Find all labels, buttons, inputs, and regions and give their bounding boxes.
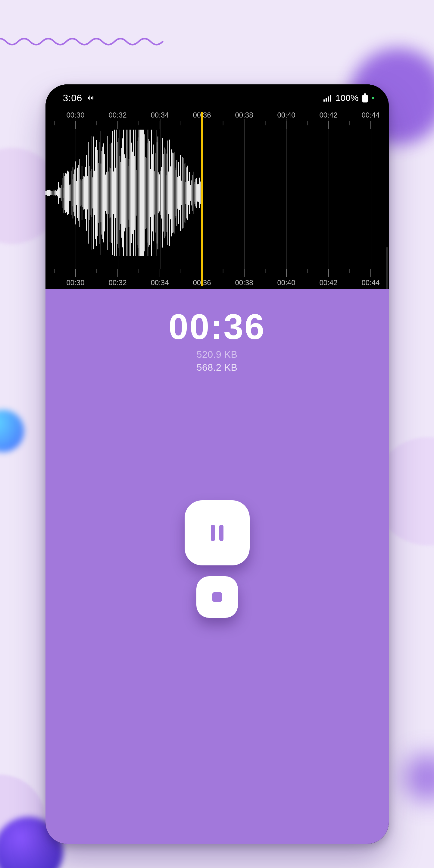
svg-rect-30 (63, 188, 63, 198)
tick-label: 00:40 (277, 278, 295, 287)
ruler-tick: 00:38 (235, 269, 253, 287)
tick-label: 00:44 (361, 111, 379, 119)
svg-rect-174 (193, 172, 193, 214)
elapsed-time: 00:36 (45, 306, 389, 347)
svg-rect-158 (178, 162, 179, 224)
ruler-tick-minor: . (138, 269, 140, 283)
svg-rect-111 (136, 170, 136, 216)
svg-rect-68 (97, 150, 98, 236)
svg-rect-112 (137, 141, 137, 245)
svg-rect-4 (324, 99, 325, 101)
svg-rect-132 (155, 153, 156, 233)
svg-rect-114 (138, 130, 139, 256)
ruler-tick-minor: . (222, 111, 224, 125)
svg-rect-54 (84, 177, 85, 210)
svg-rect-63 (93, 177, 93, 208)
svg-rect-33 (65, 173, 66, 213)
svg-rect-56 (86, 155, 87, 231)
waveform-timeline[interactable]: 00:28.00:30.00:32.00:34.00:36.00:38.00:4… (45, 84, 389, 289)
svg-rect-24 (57, 190, 58, 196)
svg-rect-9 (362, 95, 368, 102)
svg-rect-154 (175, 167, 175, 218)
ruler-tick: 00:32 (108, 269, 127, 287)
svg-rect-142 (164, 148, 164, 239)
phone-frame: 3:06 100% 00:28.00:30.00:32.00:34.00:36.… (45, 84, 389, 844)
svg-rect-16 (50, 190, 51, 195)
svg-rect-39 (71, 170, 71, 215)
grid-line (118, 119, 119, 269)
stop-button[interactable] (196, 576, 238, 618)
svg-rect-128 (151, 130, 152, 256)
ruler-tick-minor: . (138, 111, 140, 125)
svg-rect-23 (56, 191, 57, 195)
svg-rect-1 (90, 96, 90, 100)
svg-rect-66 (95, 147, 96, 239)
ruler-tick-minor: . (96, 269, 98, 283)
playhead-indicator[interactable] (201, 112, 203, 286)
tick-label: 00:34 (151, 111, 169, 119)
svg-rect-28 (61, 185, 61, 201)
svg-rect-179 (197, 184, 198, 201)
svg-rect-93 (120, 156, 120, 230)
ruler-top: 00:28.00:30.00:32.00:34.00:36.00:38.00:4… (45, 111, 389, 129)
svg-rect-52 (82, 179, 83, 207)
svg-rect-119 (143, 130, 144, 256)
svg-rect-134 (157, 142, 157, 244)
ruler-tick-minor: . (264, 269, 266, 283)
ruler-tick: 00:44 (361, 269, 379, 287)
svg-rect-12 (46, 191, 47, 195)
svg-rect-14 (48, 190, 49, 195)
stop-icon (212, 592, 222, 602)
svg-rect-178 (196, 178, 197, 208)
svg-rect-42 (73, 174, 74, 212)
svg-rect-86 (113, 172, 114, 214)
svg-rect-64 (93, 136, 94, 249)
svg-rect-77 (105, 175, 106, 211)
svg-rect-88 (115, 167, 115, 218)
svg-point-10 (372, 97, 374, 99)
grid-line (244, 119, 245, 269)
svg-rect-162 (182, 157, 182, 229)
svg-rect-49 (80, 179, 80, 207)
svg-rect-72 (101, 164, 101, 222)
decorative-squiggle (0, 36, 169, 48)
svg-rect-25 (58, 182, 59, 204)
svg-rect-26 (59, 187, 60, 198)
svg-rect-131 (154, 171, 155, 215)
svg-rect-62 (92, 169, 92, 217)
svg-rect-40 (72, 179, 72, 206)
svg-rect-104 (130, 130, 130, 256)
ruler-tick-minor: . (180, 111, 182, 125)
svg-rect-70 (99, 142, 99, 244)
svg-rect-135 (158, 136, 158, 249)
ruler-tick-minor: . (306, 111, 308, 125)
svg-rect-130 (153, 145, 154, 241)
battery-percent: 100% (335, 93, 359, 103)
ruler-tick-minor: . (264, 111, 266, 125)
svg-rect-156 (176, 160, 177, 226)
svg-rect-124 (147, 130, 148, 256)
svg-rect-53 (84, 176, 84, 210)
pause-icon (211, 525, 224, 541)
svg-rect-0 (88, 97, 89, 99)
pause-button[interactable] (185, 500, 250, 565)
waveform-canvas (45, 127, 389, 259)
svg-rect-126 (149, 141, 150, 245)
ruler-tick-minor: . (96, 111, 98, 125)
ruler-tick-minor: . (53, 111, 56, 125)
svg-rect-32 (64, 176, 65, 210)
svg-rect-84 (111, 143, 112, 243)
svg-rect-140 (162, 138, 163, 248)
ruler-bottom: 00:28.00:30.00:32.00:34.00:36.00:38.00:4… (45, 269, 389, 287)
svg-rect-181 (199, 178, 200, 208)
svg-rect-82 (110, 144, 110, 242)
svg-rect-18 (52, 191, 53, 195)
svg-rect-19 (53, 191, 53, 195)
svg-rect-97 (123, 130, 124, 256)
svg-rect-145 (167, 154, 167, 232)
tick-label: 00:32 (108, 111, 127, 119)
tick-label: 00:30 (66, 278, 84, 287)
ruler-tick: 00:34 (151, 269, 169, 287)
svg-rect-102 (128, 166, 128, 219)
svg-rect-36 (68, 172, 69, 214)
